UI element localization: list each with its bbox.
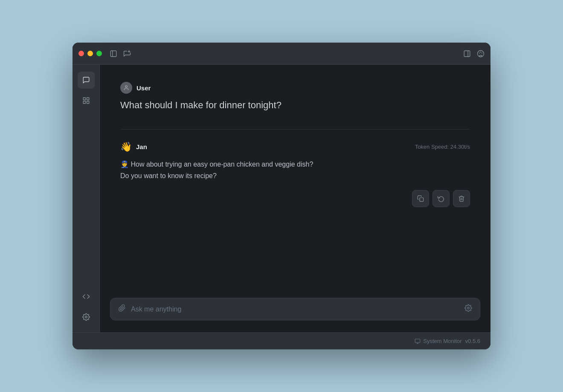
- assistant-message-header: 👋 Jan Token Speed: 24.30t/s: [120, 141, 470, 153]
- sidebar-bottom: [78, 288, 95, 326]
- main-layout: User What should I make for dinner tonig…: [73, 65, 490, 332]
- input-container: [110, 298, 480, 320]
- svg-rect-11: [87, 98, 89, 100]
- monitor-label: System Monitor: [423, 338, 461, 344]
- svg-point-9: [482, 52, 482, 53]
- svg-rect-4: [464, 51, 470, 57]
- messages-list: User What should I make for dinner tonig…: [100, 65, 490, 298]
- svg-point-14: [85, 316, 87, 318]
- maximize-button[interactable]: [96, 51, 102, 56]
- token-speed: Token Speed: 24.30t/s: [415, 144, 470, 150]
- new-chat-icon[interactable]: [123, 50, 131, 58]
- traffic-lights: [78, 51, 102, 56]
- assistant-text-line-2: Do you want to know its recipe?: [120, 170, 470, 182]
- svg-rect-13: [87, 101, 89, 104]
- minimize-button[interactable]: [87, 51, 93, 56]
- svg-point-17: [467, 307, 470, 309]
- title-bar-right-icons: [463, 50, 485, 58]
- assistant-text-line-1: 👮 How about trying an easy one-pan chick…: [120, 159, 470, 170]
- svg-point-8: [480, 52, 481, 52]
- svg-rect-10: [83, 98, 85, 100]
- palette-icon[interactable]: [477, 50, 485, 58]
- user-name: User: [136, 84, 151, 92]
- sidebar-item-grid[interactable]: [78, 92, 95, 109]
- footer: System Monitor v0.5.6: [73, 332, 490, 349]
- retry-button[interactable]: [432, 190, 450, 207]
- sidebar-item-settings[interactable]: [78, 308, 95, 326]
- sidebar: [73, 65, 100, 332]
- svg-point-6: [478, 50, 484, 57]
- collapse-right-icon[interactable]: [463, 50, 471, 58]
- attach-icon[interactable]: [118, 304, 126, 314]
- version-label: v0.5.6: [465, 338, 480, 344]
- collapse-sidebar-icon[interactable]: [110, 50, 117, 58]
- close-button[interactable]: [78, 51, 84, 56]
- assistant-header-left: 👋 Jan: [120, 141, 147, 153]
- delete-button[interactable]: [453, 190, 470, 207]
- svg-point-15: [125, 86, 128, 88]
- user-message-text: What should I make for dinner tonight?: [120, 99, 470, 112]
- svg-rect-12: [83, 101, 85, 104]
- title-bar-left-icons: [110, 50, 131, 58]
- svg-rect-0: [110, 51, 116, 57]
- assistant-text: 👮 How about trying an easy one-pan chick…: [120, 159, 470, 182]
- app-window: User What should I make for dinner tonig…: [73, 43, 490, 349]
- svg-rect-16: [420, 198, 424, 202]
- assistant-message: 👋 Jan Token Speed: 24.30t/s 👮 How about …: [120, 141, 470, 207]
- message-divider: [120, 129, 470, 130]
- monitor-icon: [415, 338, 421, 344]
- user-message-header: User: [120, 82, 470, 94]
- user-avatar: [120, 82, 132, 94]
- chat-area: User What should I make for dinner tonig…: [100, 65, 490, 332]
- svg-point-7: [479, 52, 480, 53]
- svg-rect-18: [415, 339, 420, 342]
- assistant-name: Jan: [136, 143, 147, 150]
- chat-input[interactable]: [131, 306, 459, 313]
- input-settings-icon[interactable]: [464, 304, 472, 314]
- sidebar-item-chat[interactable]: [78, 72, 95, 89]
- sidebar-item-code[interactable]: [78, 288, 95, 305]
- input-area: [100, 298, 490, 332]
- action-buttons: [120, 190, 470, 207]
- system-monitor: System Monitor: [415, 338, 461, 344]
- copy-button[interactable]: [412, 190, 429, 207]
- user-message: User What should I make for dinner tonig…: [120, 82, 470, 112]
- assistant-emoji: 👋: [120, 141, 132, 153]
- title-bar: [73, 43, 490, 65]
